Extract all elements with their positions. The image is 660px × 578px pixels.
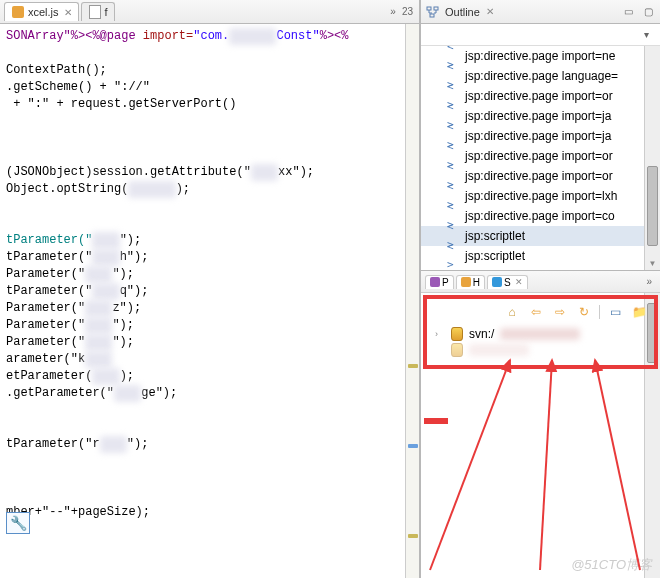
outline-title: Outline — [445, 6, 480, 18]
editor-tab-2[interactable]: f — [81, 2, 115, 21]
jsp-element-icon — [447, 250, 459, 262]
collapse-all-icon[interactable]: ▭ — [606, 304, 624, 320]
home-icon[interactable]: ⌂ — [503, 304, 521, 320]
bottom-views-pane: P H S✕ » ⌂ ⇦ ⇨ ↻ ▭ 📁 › — [421, 270, 660, 578]
js-file-icon — [11, 5, 25, 19]
svg-rect-0 — [427, 7, 431, 10]
chevron-right-icon[interactable]: › — [435, 325, 445, 343]
redacted-text — [500, 328, 580, 340]
annotation-highlight-box: ⌂ ⇦ ⇨ ↻ ▭ 📁 › svn:/ — [423, 295, 658, 369]
svn-repo-label: svn:/ — [469, 325, 494, 343]
tabs-overflow-count[interactable]: 23 — [402, 6, 413, 17]
view-menu-icon[interactable]: ▾ — [638, 27, 654, 43]
code-editor[interactable]: SONArray"%><%@page import="com. Const"%>… — [0, 24, 419, 578]
svn-toolbar: ⌂ ⇦ ⇨ ↻ ▭ 📁 — [429, 301, 652, 323]
svg-rect-2 — [430, 14, 434, 17]
editor-tab-1[interactable]: xcel.js ✕ — [4, 2, 79, 21]
svn-repo-item[interactable] — [435, 343, 652, 357]
refresh-icon[interactable]: ↻ — [575, 304, 593, 320]
outline-icon — [425, 4, 441, 20]
minimize-icon[interactable]: ▭ — [620, 4, 636, 20]
bottom-tab-h[interactable]: H — [456, 275, 485, 289]
close-icon[interactable]: ✕ — [62, 7, 72, 18]
tab-label: xcel.js — [28, 6, 59, 18]
repository-icon — [451, 343, 463, 357]
bottom-views-tabs: P H S✕ » — [421, 271, 660, 293]
bottom-tab-p[interactable]: P — [425, 275, 454, 289]
right-pane: Outline ✕ ▭ ▢ ▾ jsp:directive.page impor… — [420, 0, 660, 578]
outline-item[interactable]: jsp:scriptlet — [421, 246, 660, 266]
overview-ruler[interactable] — [405, 24, 419, 578]
bottom-tab-s[interactable]: S✕ — [487, 275, 528, 289]
watermark: @51CTO博客 — [571, 556, 652, 574]
scrollbar[interactable]: ▼ — [644, 46, 660, 270]
redacted-text — [469, 344, 529, 356]
outline-view-header: Outline ✕ ▭ ▢ — [421, 0, 660, 24]
quickfix-button[interactable]: 🔧 — [6, 512, 30, 534]
new-repository-icon[interactable]: 📁 — [630, 304, 648, 320]
outline-tree[interactable]: jsp:directive.page import=ne jsp:directi… — [421, 46, 660, 270]
editor-pane: xcel.js ✕ f » 23 SONArray"%><%@page impo… — [0, 0, 420, 578]
tab-label: f — [105, 6, 108, 18]
maximize-icon[interactable]: ▢ — [640, 4, 656, 20]
annotation-mark — [424, 418, 448, 424]
forward-icon[interactable]: ⇨ — [551, 304, 569, 320]
outline-toolbar: ▾ — [421, 24, 660, 46]
tabs-overflow-icon[interactable]: » — [646, 276, 656, 287]
chevron-right-icon[interactable]: » — [390, 6, 396, 17]
close-icon[interactable]: ✕ — [484, 6, 494, 17]
svn-repositories-list[interactable]: › svn:/ — [429, 323, 652, 359]
svn-repo-item[interactable]: › svn:/ — [435, 325, 652, 343]
back-icon[interactable]: ⇦ — [527, 304, 545, 320]
editor-tabs-bar: xcel.js ✕ f » 23 — [0, 0, 419, 24]
svg-rect-1 — [434, 7, 438, 10]
file-icon — [88, 5, 102, 19]
repository-icon — [451, 327, 463, 341]
